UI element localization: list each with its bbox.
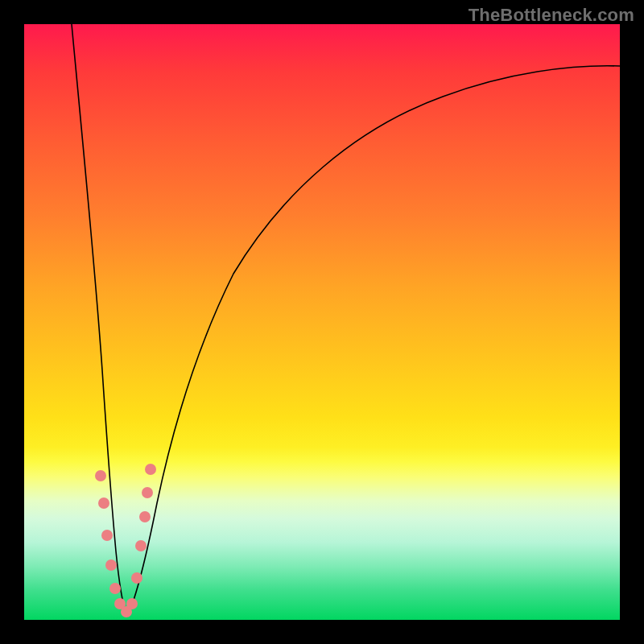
chart-svg	[24, 24, 620, 620]
marker-point	[139, 511, 151, 522]
curve-left-branch	[72, 24, 127, 617]
marker-point	[126, 598, 138, 609]
chart-frame: TheBottleneck.com	[0, 0, 644, 644]
watermark-text: TheBottleneck.com	[469, 5, 634, 26]
marker-point	[142, 487, 153, 498]
marker-point	[135, 540, 147, 551]
marker-point	[101, 530, 113, 541]
marker-group	[95, 464, 156, 617]
marker-point	[105, 559, 117, 571]
marker-point	[95, 470, 106, 481]
marker-point	[98, 497, 109, 509]
curve-right-branch	[127, 66, 620, 617]
marker-point	[109, 583, 121, 594]
marker-point	[145, 464, 156, 475]
marker-point	[131, 572, 142, 584]
chart-plot-area	[24, 24, 620, 620]
